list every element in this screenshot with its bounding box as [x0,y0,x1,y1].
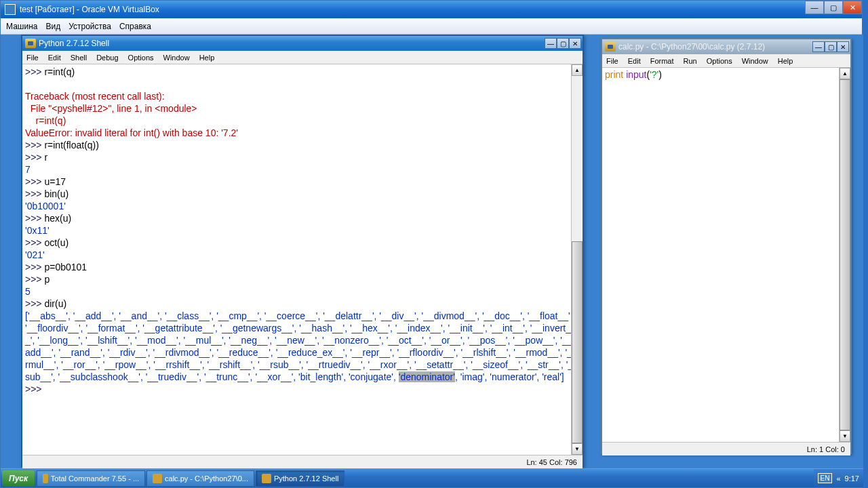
editor-menu-options[interactable]: Options [707,57,732,65]
vbox-title: test [Работает] - Oracle VM VirtualBox [20,5,805,14]
shell-maximize-button[interactable]: ▢ [557,38,569,49]
vbox-icon [5,4,16,15]
python-icon [25,39,36,48]
editor-menu-run[interactable]: Run [684,57,697,65]
start-button[interactable]: Пуск [2,470,35,487]
selected-text: 'denominator' [399,371,455,382]
vbox-maximize-button[interactable]: ▢ [824,1,843,14]
editor-cursor-position: Ln: 1 Col: 0 [807,445,845,453]
editor-menu-window[interactable]: Window [742,57,768,65]
editor-minimize-button[interactable]: — [812,41,825,52]
editor-close-button[interactable]: ✕ [837,41,849,52]
app-icon [153,474,162,483]
shell-cursor-position: Ln: 45 Col: 796 [526,458,577,466]
editor-menu-format[interactable]: Format [650,57,674,65]
shell-titlebar[interactable]: Python 2.7.12 Shell — ▢ ✕ [22,36,583,51]
clock[interactable]: 9:17 [845,474,859,483]
vbox-titlebar[interactable]: test [Работает] - Oracle VM VirtualBox —… [1,1,862,18]
editor-window: calc.py - C:\Python27\00\calc.py (2.7.12… [601,38,852,454]
shell-menu-window[interactable]: Window [163,54,190,62]
app-icon [43,474,48,483]
editor-titlebar[interactable]: calc.py - C:\Python27\00\calc.py (2.7.12… [602,39,850,54]
vbox-menu-devices[interactable]: Устройства [68,22,111,31]
scroll-thumb[interactable] [572,241,583,443]
python-shell-window: Python 2.7.12 Shell — ▢ ✕ File Edit Shel… [21,35,584,467]
editor-statusbar: Ln: 1 Col: 0 [602,442,850,455]
language-indicator[interactable]: EN [818,473,833,483]
vbox-minimize-button[interactable]: — [805,1,824,14]
taskbar-item-1[interactable]: calc.py - C:\Python27\0... [146,470,254,487]
shell-menu-file[interactable]: File [26,54,39,62]
shell-menu-help[interactable]: Help [199,54,215,62]
taskbar: Пуск Total Commander 7.55 - ...calc.py -… [1,468,863,487]
tray-expand-icon[interactable]: « [836,474,840,483]
scroll-thumb[interactable] [840,79,850,430]
editor-menu-file[interactable]: File [606,57,618,65]
system-tray: EN « 9:17 [814,469,863,487]
shell-title: Python 2.7.12 Shell [39,39,109,48]
scroll-up-icon[interactable]: ▲ [572,64,583,76]
guest-desktop[interactable]: Python 2.7.12 Shell — ▢ ✕ File Edit Shel… [1,35,863,471]
vbox-menu-machine[interactable]: Машина [6,22,37,31]
editor-menu-edit[interactable]: Edit [628,57,641,65]
editor-scrollbar[interactable]: ▲ ▼ [839,68,850,442]
editor-maximize-button[interactable]: ▢ [825,41,837,52]
editor-menu-help[interactable]: Help [778,57,793,65]
shell-statusbar: Ln: 45 Col: 796 [22,455,583,468]
vbox-menubar: Машина Вид Устройства Справка [1,18,862,35]
shell-scrollbar[interactable]: ▲ ▼ [571,64,583,455]
scroll-up-icon[interactable]: ▲ [840,68,850,79]
editor-text[interactable]: print input('?') ▲ ▼ [602,68,850,442]
python-icon [605,42,616,52]
app-icon [262,474,271,483]
scroll-down-icon[interactable]: ▼ [572,443,583,455]
editor-menubar: File Edit Format Run Options Window Help [602,54,850,68]
vbox-close-button[interactable]: ✕ [843,1,862,14]
shell-close-button[interactable]: ✕ [569,38,581,49]
taskbar-item-0[interactable]: Total Commander 7.55 - ... [37,470,145,487]
shell-menu-options[interactable]: Options [128,54,154,62]
vbox-menu-help[interactable]: Справка [119,22,151,31]
shell-menu-edit[interactable]: Edit [48,54,61,62]
builtin-fn: input [626,69,646,80]
shell-minimize-button[interactable]: — [545,38,557,49]
shell-menu-debug[interactable]: Debug [96,54,118,62]
vbox-menu-view[interactable]: Вид [45,22,60,31]
taskbar-item-2[interactable]: Python 2.7.12 Shell [256,470,344,487]
scroll-down-icon[interactable]: ▼ [840,430,850,442]
shell-content[interactable]: >>> r=int(q) Traceback (most recent call… [22,64,583,455]
string-literal: '?' [650,69,658,80]
dir-output: ['__abs__', '__add__', '__and__', '__cla… [25,310,580,383]
editor-title: calc.py - C:\Python27\00\calc.py (2.7.12… [618,42,765,52]
virtualbox-window: test [Работает] - Oracle VM VirtualBox —… [0,0,863,488]
shell-menubar: File Edit Shell Debug Options Window Hel… [22,51,583,64]
shell-menu-shell[interactable]: Shell [71,54,87,62]
keyword: print [605,69,623,80]
